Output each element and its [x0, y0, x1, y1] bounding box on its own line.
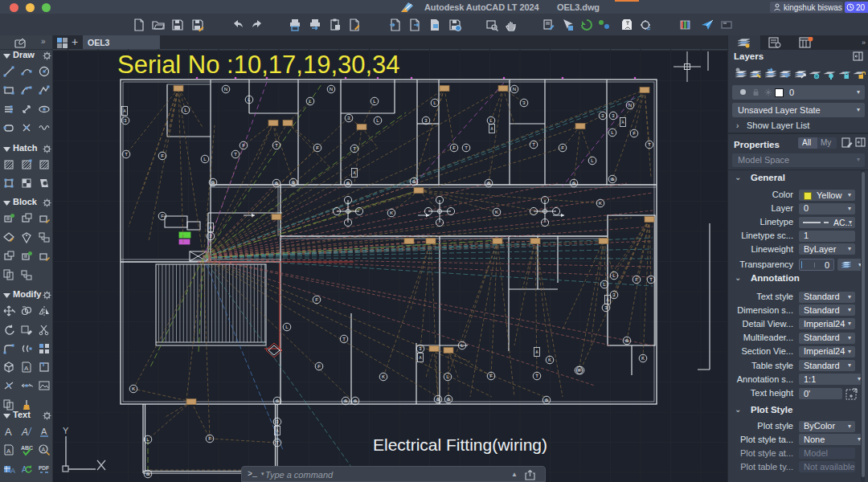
- svg-text:A: A: [41, 427, 47, 436]
- svg-text:SS: SS: [275, 399, 280, 403]
- svg-text:A: A: [606, 298, 608, 302]
- svg-text:A: A: [5, 426, 12, 438]
- svg-text:A: A: [353, 171, 355, 175]
- svg-text:ABC: ABC: [21, 445, 33, 451]
- svg-text:3: 3: [601, 113, 604, 118]
- svg-text:SS: SS: [291, 181, 296, 185]
- svg-text:F: F: [316, 145, 319, 150]
- svg-text:T: T: [648, 142, 651, 147]
- svg-text:A: A: [6, 447, 11, 455]
- svg-text:3: 3: [424, 118, 428, 123]
- svg-text:A: A: [22, 465, 27, 474]
- svg-text:T: T: [125, 152, 128, 157]
- svg-text:N: N: [513, 87, 516, 92]
- svg-text:SS: SS: [610, 178, 615, 182]
- svg-text:A: A: [10, 467, 15, 475]
- svg-text:A: A: [42, 447, 46, 452]
- svg-text:SS: SS: [436, 398, 440, 402]
- svg-text:T: T: [353, 146, 356, 151]
- svg-text:SS: SS: [411, 180, 416, 184]
- svg-text:A: A: [21, 427, 28, 438]
- svg-text:SS: SS: [353, 399, 358, 403]
- svg-text:Electrical Fitting(wiring): Electrical Fitting(wiring): [373, 435, 547, 454]
- svg-text:L: L: [285, 325, 289, 329]
- svg-text:N: N: [628, 103, 632, 108]
- svg-text:K: K: [641, 356, 645, 361]
- svg-text:L: L: [612, 273, 616, 278]
- svg-text:F: F: [452, 145, 456, 150]
- svg-text:T: T: [532, 142, 535, 147]
- svg-text:L: L: [248, 97, 251, 102]
- svg-text:SS: SS: [446, 398, 451, 402]
- svg-text:L: L: [611, 130, 614, 135]
- svg-text:A: A: [209, 226, 211, 230]
- svg-text:3: 3: [347, 116, 350, 120]
- svg-text:F: F: [317, 364, 321, 369]
- svg-text:K: K: [390, 210, 393, 215]
- svg-text:F: F: [489, 374, 493, 378]
- svg-text:PDF: PDF: [39, 465, 49, 471]
- svg-text:T: T: [234, 152, 237, 157]
- svg-text:SS: SS: [571, 182, 576, 186]
- svg-text:SS: SS: [343, 399, 348, 403]
- svg-text:K: K: [382, 374, 385, 379]
- svg-text:SS: SS: [624, 339, 629, 343]
- svg-text:A: A: [490, 127, 493, 131]
- svg-text:T: T: [535, 374, 538, 378]
- svg-text:3: 3: [124, 118, 127, 123]
- svg-text:A: A: [123, 109, 125, 113]
- svg-text:A: A: [276, 429, 278, 433]
- svg-text:L: L: [203, 157, 207, 161]
- svg-text:SS: SS: [145, 472, 150, 476]
- svg-text:F: F: [633, 131, 636, 136]
- svg-text:T: T: [275, 143, 278, 148]
- svg-text:L: L: [184, 108, 187, 112]
- svg-text:T: T: [465, 145, 468, 150]
- svg-text:F: F: [208, 436, 211, 441]
- svg-text:F: F: [315, 297, 318, 302]
- svg-text:L: L: [376, 118, 379, 123]
- svg-text:K: K: [599, 201, 602, 206]
- svg-text:T: T: [649, 277, 653, 282]
- svg-text:Serial No :10,17,19,30,34: Serial No :10,17,19,30,34: [117, 51, 400, 79]
- svg-text:3: 3: [612, 113, 615, 118]
- svg-text:L: L: [373, 99, 376, 104]
- svg-text:L: L: [489, 118, 493, 123]
- svg-text:L: L: [433, 100, 436, 105]
- svg-text:SS: SS: [211, 181, 215, 185]
- svg-text:F: F: [635, 277, 638, 282]
- svg-text:L: L: [446, 374, 449, 379]
- svg-text:3: 3: [522, 100, 526, 105]
- svg-text:K: K: [548, 357, 551, 362]
- svg-text:F: F: [579, 368, 582, 373]
- svg-text:L: L: [591, 158, 594, 163]
- svg-text:SS: SS: [346, 182, 350, 186]
- svg-text:F: F: [161, 153, 164, 158]
- svg-text:N: N: [330, 87, 333, 92]
- svg-text:A: A: [535, 350, 538, 354]
- svg-text:L: L: [146, 437, 149, 442]
- svg-text:A: A: [24, 365, 29, 372]
- svg-text:K: K: [132, 386, 135, 391]
- svg-text:F: F: [561, 145, 564, 150]
- svg-text:#: #: [647, 25, 651, 32]
- svg-text:F: F: [242, 143, 245, 148]
- svg-text:Y: Y: [63, 426, 69, 435]
- svg-text:T: T: [276, 440, 279, 445]
- svg-text:F: F: [161, 214, 164, 219]
- svg-text:T: T: [342, 337, 346, 341]
- svg-text:A: A: [621, 120, 624, 125]
- svg-text:SS: SS: [274, 182, 279, 186]
- svg-text:A: A: [419, 356, 421, 360]
- svg-text:SS: SS: [486, 182, 491, 186]
- svg-text:L: L: [309, 99, 312, 104]
- svg-text:N: N: [224, 87, 227, 92]
- svg-text:SS: SS: [544, 398, 549, 402]
- svg-text:K: K: [495, 210, 498, 214]
